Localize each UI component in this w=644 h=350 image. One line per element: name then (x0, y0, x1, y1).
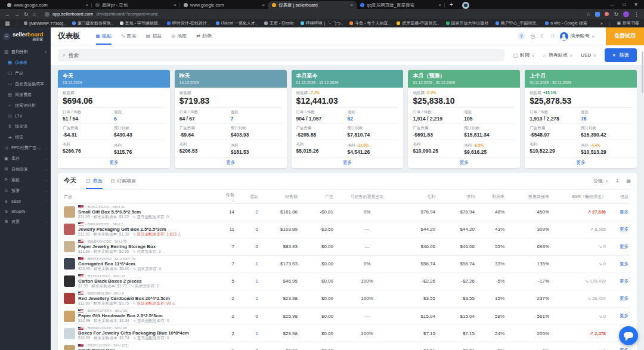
sidebar-item-settings[interactable]: ⚙设置› (0, 216, 51, 227)
row-more-link[interactable]: 更多 (608, 244, 631, 250)
product-cell[interactable]: - B002VEXLSM - SKU 8Red Jewellery Cardbo… (64, 290, 213, 307)
product-cell[interactable]: - B0XNXVXDXP - SKU 36Boxes For Jewelry G… (64, 325, 213, 342)
refunds-value[interactable]: 1 (237, 331, 261, 336)
column-header[interactable]: 净利 (438, 194, 477, 200)
browser-profile-avatar[interactable] (623, 11, 629, 17)
scrollbar[interactable] (642, 51, 643, 93)
row-more-link[interactable]: 更多 (608, 261, 631, 267)
bookmark-item[interactable]: 斗鱼 - 每个人的直.. (349, 20, 390, 26)
chat-widget-button[interactable] (619, 326, 638, 345)
bookmark-item[interactable]: [NEWERP-77366].. (24, 20, 65, 26)
currency-filter[interactable]: USD ∨ (581, 52, 596, 58)
new-tab-button[interactable]: + (450, 1, 453, 8)
refunds-value[interactable]: 1 (237, 278, 261, 284)
sidebar-item-ltv[interactable]: ◷LTV (0, 111, 51, 121)
filter-button[interactable]: ▼ 筛选 (605, 48, 637, 62)
help-icon[interactable]: ? (518, 32, 525, 40)
extensions-puzzle-icon[interactable]: ↻ (614, 11, 618, 17)
window-close-icon[interactable]: ✕ (634, 2, 638, 7)
view-tab-charts[interactable]: ∿图表 (121, 27, 137, 45)
bookmark-item[interactable]: 即时设计-在线设计.. (167, 20, 209, 26)
tab-close-icon[interactable]: × (174, 2, 177, 8)
column-header[interactable]: BSR（畅销排名） (552, 194, 608, 200)
sidebar-item-profit-analysis[interactable]: ▥盈利分析∨ (0, 47, 51, 57)
row-more-link[interactable]: 更多 (608, 348, 631, 350)
product-cell[interactable]: - B0XMXUPXXX - SKU 30Paper Gift Handmade… (64, 308, 213, 324)
sidebar-item-money-back[interactable]: ⟳索赔› (0, 175, 51, 185)
tab-close-icon[interactable]: × (262, 2, 265, 8)
row-more-link[interactable]: 更多 (608, 313, 631, 319)
sidebar-item-ebay[interactable]: eeBay› (0, 196, 51, 206)
forward-icon[interactable]: → (14, 11, 20, 17)
refunds-value[interactable]: 1 (237, 261, 261, 267)
column-settings-icon[interactable]: ▦ (626, 178, 631, 184)
view-tab-map[interactable]: ◎地图 (171, 27, 187, 45)
browser-tab[interactable]: 品牌pr - 豆包× (92, 1, 180, 9)
search-input[interactable] (69, 52, 500, 58)
row-more-link[interactable]: 更多 (608, 278, 631, 284)
product-cell[interactable]: - B0XXXXVKNO - SKU SKY 76Corrugated Box … (64, 256, 213, 272)
refunds-value[interactable]: 6 (114, 116, 165, 122)
bookmark-item[interactable]: iTalent 一体化人才.. (216, 20, 258, 26)
card-more-link[interactable]: 更多 (525, 157, 637, 168)
site-info-icon[interactable] (45, 12, 49, 17)
sidebar-item-cash-flow[interactable]: $现金流 (0, 121, 51, 132)
tab-close-icon[interactable]: × (438, 2, 441, 8)
search-box[interactable]: ⌕ (58, 49, 504, 61)
card-more-link[interactable]: 更多 (175, 157, 287, 168)
row-more-link[interactable]: 更多 (608, 296, 631, 302)
sidebar-item-fbm-shipping-costs[interactable]: ▭自发货运输成本 (0, 79, 51, 89)
sort-descending-icon[interactable]: ↓ (213, 198, 234, 202)
notifications-bell-icon[interactable]: ⍾ (551, 33, 555, 39)
apps-grid-icon[interactable]: ▦ (5, 20, 10, 26)
product-cell[interactable]: - BXXXXXXIXX - SKU 47Carton Black Boxes … (64, 273, 213, 290)
sidebar-item-inventory[interactable]: ▣库存› (0, 153, 51, 164)
sidebar-item-shopify[interactable]: SShopify (0, 206, 51, 216)
product-cell[interactable]: - B0XLFX8JXX - SKU 2Jewelry Packaging Gi… (64, 221, 213, 238)
export-download-icon[interactable]: ↧ (615, 178, 620, 184)
bookmark-item[interactable]: a kite - Google 搜索 (545, 20, 587, 26)
free-trial-button[interactable]: 免费试用 (606, 27, 644, 45)
column-header[interactable]: 件数↓ (213, 192, 237, 202)
window-minimize-icon[interactable]: — (609, 2, 614, 7)
refunds-value[interactable]: 2 (237, 209, 261, 215)
view-tab-trends[interactable]: ⇄趋势 (196, 27, 212, 45)
bookmark-item[interactable]: 国家开放大学出版社 (446, 20, 489, 26)
view-tab-tiles[interactable]: ▦磁贴 (96, 27, 112, 45)
column-header[interactable]: 广告 (300, 194, 336, 200)
product-cell[interactable]: - B01EXXXCOC - SKU 78Paper Jewelry Earri… (64, 239, 213, 255)
refunds-value[interactable]: 52 (348, 116, 399, 122)
sidebar-item-dashboard[interactable]: ▦仪表板 (0, 57, 51, 68)
column-header[interactable]: 可销售的退货占比 (336, 194, 398, 200)
refunds-value[interactable]: 1 (237, 296, 261, 301)
sidebar-logo[interactable]: ≡ sellerboard 易卖家 (0, 27, 51, 47)
bookmark-item[interactable]: 哔哩哔哩 (゜-゜)つ.. (301, 20, 343, 26)
bookmarks-overflow-icon[interactable]: » (600, 21, 603, 26)
browser-menu-icon[interactable]: ⋮ (634, 11, 639, 17)
sidebar-item-search-term-analysis[interactable]: ⌕搜索词分析 (0, 100, 51, 111)
all-bookmarks[interactable]: ▣ 所有书签 (617, 20, 639, 26)
menu-icon[interactable]: ≡ (3, 33, 10, 40)
history-icon[interactable]: ◷ (531, 33, 535, 39)
tab-strip-avatar[interactable] (463, 2, 469, 8)
period-filter[interactable]: ▢ 时段 ∨ (513, 52, 534, 58)
sidebar-item-alerts[interactable]: ⚠预警› (0, 185, 51, 196)
column-header[interactable]: 毛利 (398, 194, 438, 200)
browser-tab[interactable]: www.google.com× (180, 1, 268, 9)
window-maximize-icon[interactable]: □ (623, 2, 626, 7)
bookmark-item[interactable]: 厦门建发股份有限.. (72, 20, 113, 26)
column-header[interactable]: 销售额 (261, 194, 300, 200)
reload-icon[interactable]: ↻ (24, 11, 29, 17)
group-by-dropdown[interactable]: 分组 ∨ (593, 178, 608, 184)
refunds-value[interactable]: 7 (231, 116, 282, 122)
row-more-link[interactable]: 更多 (608, 209, 631, 215)
bookmark-item[interactable]: 主页 - Elastic (264, 20, 294, 26)
column-header[interactable]: 信息 (608, 194, 631, 200)
card-more-link[interactable]: 更多 (408, 157, 520, 168)
bookmark-star-icon[interactable]: ☆ (586, 11, 590, 17)
bookmark-item[interactable]: 用户中心_中国研究.. (496, 20, 539, 26)
column-header[interactable]: 退款 (237, 194, 261, 200)
card-more-link[interactable]: 更多 (58, 157, 170, 168)
sidebar-item-autoresponder[interactable]: ✉自动回复› (0, 164, 51, 175)
card-more-link[interactable]: 更多 (292, 157, 404, 168)
